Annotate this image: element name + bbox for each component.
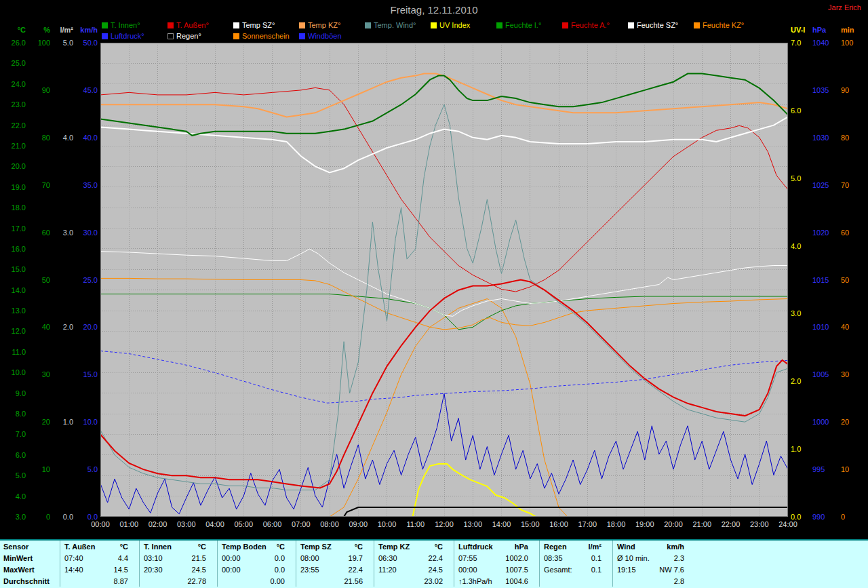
legend-row-2: Luftdruck°Regen°SonnenscheinWindböen [102,32,365,40]
legend-label: Temp. Wind° [374,21,416,29]
cell-right: 0.0 [275,566,285,574]
table-cell-regen: Regenl/m² [539,541,612,552]
table-cell-luftdruck: 00:001007.5 [454,564,539,575]
cell-left: 19:15 [617,566,636,574]
x-tick-label: 18:00 [601,520,631,528]
table-filler [695,575,868,587]
watermark-username: Jarz Erich [828,3,861,12]
cell-right: km/h [667,543,684,551]
legend-item-luftdruck[interactable]: Luftdruck° [102,32,167,40]
axis-tick-tempC: 15.0 [0,265,26,273]
cell-left: Temp SZ [300,543,332,551]
legend-item-temp-wind[interactable]: Temp. Wind° [365,21,431,29]
table-cell-temp-kz: 23.02 [374,575,454,587]
legend-item-sonnenschein[interactable]: Sonnenschein [233,32,299,40]
cell-left: ↑1.3hPa/h [458,577,492,585]
cell-right: 0.1 [591,566,601,574]
table-cell-temp-kz: Temp KZ°C [374,541,454,552]
table-cell-wind: 19:15NW 7.6 [612,564,695,575]
axis-tick-percent: 20 [24,418,50,426]
legend-item-regen[interactable]: Regen° [167,32,233,40]
axis-tick-percent: 10 [24,465,50,473]
table-cell-temp-boden: 00:000.0 [217,552,296,564]
axis-unit-kmh: km/h [72,26,98,35]
cell-left: 11:20 [378,566,397,574]
cell-right: 14.5 [114,566,128,574]
axis-tick-hpa: 1035 [812,86,841,94]
cell-right: 8.87 [114,577,128,585]
axis-tick-uv: 3.0 [791,309,819,317]
legend-item-feuchte-kz[interactable]: Feuchte KZ° [694,21,760,29]
t-au-en-swatch-icon [167,22,174,28]
table-filler [695,552,868,564]
x-tick-label: 01:00 [114,520,144,528]
legend-item-uv-index[interactable]: UV Index [431,21,496,29]
axis-tick-tempC: 17.0 [0,224,26,233]
cell-right: 22.4 [349,566,363,574]
axis-tick-min: 10 [841,465,868,473]
axis-tick-tempC: 14.0 [0,286,26,294]
axis-tick-tempC: 18.0 [0,203,26,212]
cell-right: °C [355,543,363,551]
axis-tick-uv: 1.0 [791,445,819,453]
legend-label: Temp KZ° [308,21,340,29]
legend-label: T. Außen° [176,21,209,29]
regen-swatch-icon [167,33,174,39]
axis-tick-uv: 4.0 [791,242,819,250]
axis-tick-min: 30 [841,370,868,378]
table-row-header: SensorT. Außen°CT. Innen°CTemp Boden°CTe… [0,541,868,552]
legend-item-temp-kz[interactable]: Temp KZ° [299,21,365,29]
axis-tick-tempC: 23.0 [0,100,26,109]
table-cell-regen: Gesamt:0.1 [539,564,612,575]
legend-item-t-au-en[interactable]: T. Außen° [167,21,233,29]
axis-unit-lm2: l/m² [47,26,73,35]
legend-item-t-innen[interactable]: T. Innen° [102,21,167,29]
x-tick-label: 04:00 [200,520,230,528]
axis-unit-min: min [841,26,868,35]
axis-tick-kmh: 40.0 [72,134,98,142]
cell-right: 4.4 [118,554,128,562]
cell-right: hPa [515,543,528,551]
axis-tick-kmh: 45.0 [72,86,98,94]
table-cell-t-innen: T. Innen°C [139,541,217,552]
axis-tick-hpa: 1020 [812,229,841,237]
axis-tick-min: 80 [841,134,868,142]
cell-left: 14:40 [64,566,83,574]
axis-tick-uv: 6.0 [791,106,819,115]
table-cell-wind: Windkm/h [612,541,695,552]
axis-tick-lm2: 5.0 [47,39,73,47]
legend-item-feuchte-i[interactable]: Feuchte I.° [496,21,562,29]
legend-label: UV Index [439,21,470,29]
legend-item-feuchte-a[interactable]: Feuchte A.° [562,21,628,29]
table-cell-t-au-en: T. Außen°C [60,541,139,552]
axis-tick-percent: 0 [24,513,50,521]
cell-right: l/m² [588,543,601,551]
axis-tick-tempC: 24.0 [0,80,26,88]
cell-right: 23.02 [424,577,443,585]
axis-tick-tempC: 22.0 [0,121,26,130]
cell-left: Temp KZ [378,543,410,551]
legend-label: Windböen [308,32,342,40]
chart-plot-area[interactable] [100,43,788,517]
cell-right: 1007.5 [505,566,528,574]
table-cell-wind: Ø 10 min.2.3 [612,552,695,564]
axis-tick-lm2: 2.0 [47,323,73,331]
cell-left: Ø 10 min. [617,554,650,562]
x-tick-label: 13:00 [458,520,488,528]
cell-right: 1002.0 [505,554,528,562]
x-tick-label: 02:00 [143,520,173,528]
axis-tick-tempC: 12.0 [0,327,26,335]
cell-right: 2.3 [674,554,684,562]
legend-item-windb-en[interactable]: Windböen [299,32,365,40]
axis-tick-hpa: 1000 [812,418,841,426]
legend-item-feuchte-sz[interactable]: Feuchte SZ° [628,21,694,29]
x-tick-label: 23:00 [745,520,774,528]
x-tick-label: 21:00 [687,520,717,528]
x-tick-label: 16:00 [544,520,574,528]
table-cell-t-innen: 20:3024.5 [139,564,217,575]
axis-tick-lm2: 0.0 [47,513,73,521]
table-cell-luftdruck: ↑1.3hPa/h1004.6 [454,575,539,587]
axis-tick-kmh: 5.0 [72,465,98,473]
legend-item-temp-sz[interactable]: Temp SZ° [233,21,299,29]
table-cell-luftdruck: 07:551002.0 [454,552,539,564]
